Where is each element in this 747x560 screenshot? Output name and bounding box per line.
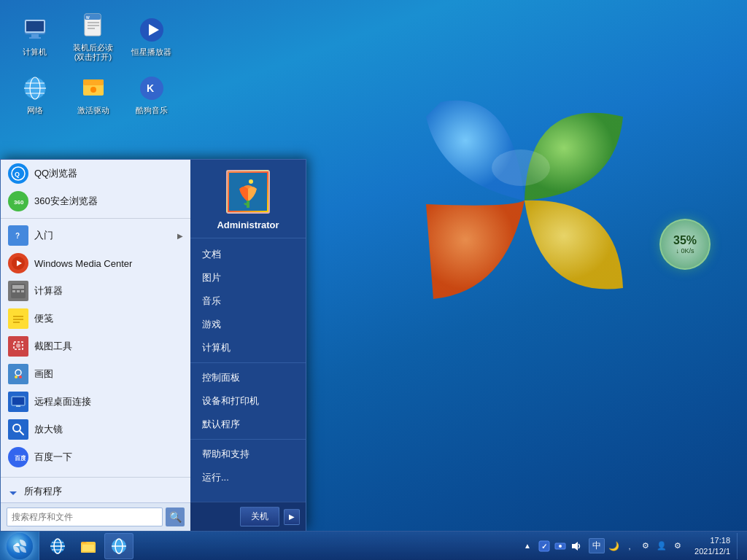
- svg-rect-49: [16, 405, 20, 407]
- ie-icon: [49, 537, 66, 555]
- menu-item-calculator[interactable]: 计算器: [1, 277, 190, 305]
- right-menu-run[interactable]: 运行...: [190, 466, 306, 489]
- desktop-icon-network[interactable]: 网络: [7, 66, 62, 124]
- desktop-icon-kkdog[interactable]: K 酷狗音乐: [124, 66, 179, 124]
- right-menu-computer[interactable]: 计算机: [190, 336, 306, 359]
- svg-point-45: [15, 376, 18, 378]
- menu-item-remote[interactable]: 远程桌面连接: [1, 388, 190, 416]
- right-menu-picture[interactable]: 图片: [190, 266, 306, 289]
- taskbar-ie2[interactable]: [104, 533, 133, 559]
- remote-icon: [8, 392, 28, 412]
- 360-browser-icon: 360: [8, 191, 28, 211]
- qq-browser-icon: Q: [8, 163, 28, 184]
- svg-rect-36: [21, 290, 24, 292]
- explorer-icon: [80, 537, 97, 555]
- svg-marker-73: [572, 542, 578, 551]
- taskbar-explorer[interactable]: [74, 533, 103, 559]
- all-programs-item[interactable]: 所有程序: [1, 481, 190, 502]
- svg-rect-20: [83, 79, 104, 85]
- ime-extra-2[interactable]: ⚙: [638, 539, 653, 553]
- baidu-label: 百度一下: [34, 451, 183, 464]
- desktop-icon-activate[interactable]: 激活驱动: [66, 66, 120, 124]
- svg-rect-65: [82, 545, 94, 551]
- svg-rect-4: [31, 34, 39, 37]
- setup-doc-label: 装机后必读(双击打开): [69, 43, 117, 62]
- ime-extra-1[interactable]: ,: [622, 539, 637, 553]
- menu-item-snip[interactable]: 截图工具: [1, 332, 190, 360]
- svg-text:?: ?: [15, 232, 20, 240]
- svg-rect-3: [26, 21, 44, 31]
- start-menu-right-panel: Administrator 文档 图片 音乐 游戏: [190, 160, 306, 531]
- svg-text:百度: 百度: [15, 454, 26, 462]
- shutdown-bar: 关机 ▶: [190, 502, 306, 531]
- sticky-icon: [8, 308, 28, 329]
- separator-2: [1, 477, 190, 478]
- system-tray: ▲ ✓ 中 🌙 , ⚙: [516, 532, 747, 560]
- right-menu-music[interactable]: 音乐: [190, 289, 306, 313]
- all-programs-label: 所有程序: [24, 485, 183, 498]
- search-input[interactable]: [7, 508, 163, 526]
- separator-1: [1, 218, 190, 219]
- ime-user-icon[interactable]: 👤: [654, 539, 669, 553]
- shutdown-button[interactable]: 关机: [240, 507, 279, 526]
- tray-expand-button[interactable]: ▲: [520, 539, 535, 553]
- perf-speed: ↓ 0K/s: [676, 247, 694, 254]
- ime-button[interactable]: 中: [589, 538, 605, 553]
- calculator-icon: [8, 281, 28, 301]
- menu-item-qq-browser[interactable]: Q QQ浏览器: [1, 160, 190, 187]
- paint-label: 画图: [34, 368, 183, 381]
- clock-time: 17:18: [694, 535, 730, 545]
- taskbar: ▲ ✓ 中 🌙 , ⚙: [0, 531, 747, 560]
- calculator-label: 计算器: [34, 284, 183, 298]
- shutdown-arrow[interactable]: ▶: [284, 509, 300, 525]
- right-menu-help[interactable]: 帮助和支持: [190, 443, 306, 466]
- search-bar: 🔍: [1, 502, 190, 531]
- show-desktop-button[interactable]: [737, 533, 743, 559]
- user-section: Administrator: [190, 160, 306, 238]
- svg-point-0: [492, 149, 550, 186]
- desktop-icon-setup[interactable]: W 装机后必读(双击打开): [66, 7, 120, 66]
- start-menu: Q QQ浏览器 360 360安全浏览器: [0, 159, 306, 531]
- right-menu-games[interactable]: 游戏: [190, 313, 306, 336]
- tray-network-icon[interactable]: [553, 539, 568, 553]
- taskbar-ie[interactable]: [43, 533, 72, 559]
- svg-rect-34: [12, 290, 15, 292]
- user-name: Administrator: [217, 219, 279, 230]
- menu-item-baidu[interactable]: 百度 百度一下: [1, 443, 190, 471]
- tray-volume-icon[interactable]: [569, 539, 584, 553]
- start-orb: [7, 533, 33, 559]
- right-menu-devices[interactable]: 设备和打印机: [190, 389, 306, 413]
- right-menu-control[interactable]: 控制面板: [190, 366, 306, 389]
- windows-logo: [397, 73, 652, 328]
- desktop-icon-hengxing[interactable]: 恒星播放器: [124, 7, 179, 66]
- clock[interactable]: 17:18 2021/12/1: [690, 535, 735, 556]
- magnifier-label: 放大镜: [34, 423, 183, 436]
- menu-item-sticky[interactable]: 便笺: [1, 305, 190, 332]
- start-button[interactable]: [0, 532, 39, 561]
- menu-item-360-browser[interactable]: 360 360安全浏览器: [1, 187, 190, 215]
- start-menu-body: Q QQ浏览器 360 360安全浏览器: [1, 160, 306, 531]
- ime-moon-icon[interactable]: 🌙: [606, 539, 621, 553]
- kkdog-label: 酷狗音乐: [136, 106, 168, 115]
- tray-notification-icon[interactable]: ✓: [537, 539, 551, 553]
- svg-text:✓: ✓: [541, 542, 547, 551]
- user-avatar[interactable]: [226, 170, 270, 214]
- search-button[interactable]: 🔍: [166, 508, 185, 526]
- menu-item-intro[interactable]: ? 入门 ▶: [1, 222, 190, 249]
- menu-item-paint[interactable]: 画图: [1, 360, 190, 388]
- qq-browser-label: QQ浏览器: [34, 167, 183, 180]
- computer-label: 计算机: [23, 47, 47, 57]
- activate-label: 激活驱动: [77, 106, 109, 115]
- snip-icon: [8, 336, 28, 357]
- menu-item-wmc[interactable]: Windows Media Center: [1, 249, 190, 277]
- baidu-icon: 百度: [8, 447, 28, 467]
- performance-widget[interactable]: 35% ↓ 0K/s: [659, 219, 711, 270]
- desktop-icon-computer[interactable]: 计算机: [7, 7, 62, 66]
- paint-icon: [8, 364, 28, 384]
- network-icon: [20, 74, 50, 103]
- menu-item-magnifier[interactable]: 放大镜: [1, 416, 190, 443]
- right-menu-items: 文档 图片 音乐 游戏 计算机 控制面: [190, 238, 306, 502]
- right-menu-doc[interactable]: 文档: [190, 243, 306, 266]
- ime-settings-icon[interactable]: ⚙: [670, 539, 685, 553]
- right-menu-default-prog[interactable]: 默认程序: [190, 413, 306, 436]
